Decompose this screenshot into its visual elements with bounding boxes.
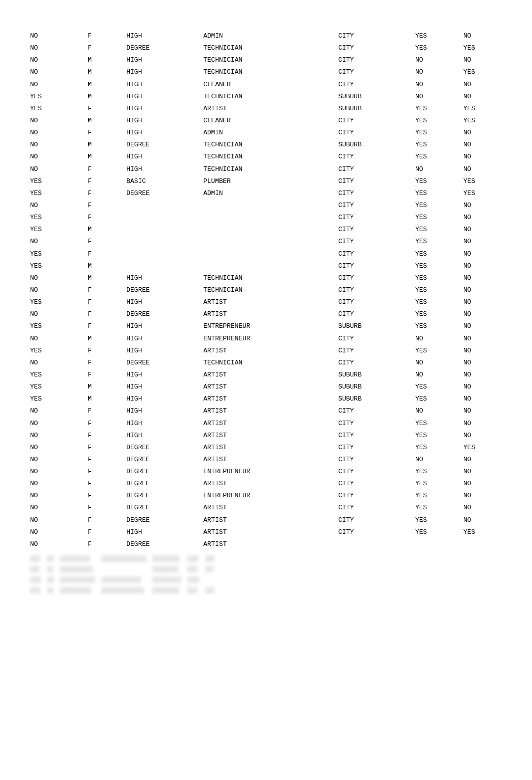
table-cell: YES: [415, 115, 463, 127]
table-cell: [463, 538, 502, 550]
table-cell: NO: [463, 514, 502, 526]
table-cell: BASIC: [126, 175, 203, 187]
table-cell: NO: [30, 54, 88, 66]
table-cell: CITY: [338, 30, 415, 42]
table-cell: NO: [463, 357, 502, 369]
table-row: NOFDEGREEARTISTCITYYESNO: [30, 308, 502, 320]
table-cell: NO: [30, 127, 88, 139]
table-cell: DEGREE: [126, 42, 203, 54]
table-cell: HIGH: [126, 369, 203, 381]
table-row: NOFCITYYESNO: [30, 200, 502, 212]
table-cell: CITY: [338, 224, 415, 236]
table-cell: NO: [30, 236, 88, 248]
table-cell: F: [88, 357, 126, 369]
table-cell: F: [88, 478, 126, 490]
table-cell: F: [88, 430, 126, 442]
table-cell: YES: [415, 490, 463, 502]
table-cell: NO: [463, 369, 502, 381]
table-cell: NO: [30, 526, 88, 538]
table-cell: YES: [30, 248, 88, 260]
table-cell: DEGREE: [126, 442, 203, 454]
table-cell: HIGH: [126, 54, 203, 66]
table-cell: NO: [463, 151, 502, 163]
table-cell: [126, 212, 203, 224]
table-cell: ARTIST: [203, 103, 338, 115]
table-cell: CITY: [338, 260, 415, 272]
table-cell: HIGH: [126, 393, 203, 405]
table-cell: CITY: [338, 526, 415, 538]
table-cell: F: [88, 454, 126, 466]
table-cell: HIGH: [126, 405, 203, 417]
table-cell: YES: [415, 151, 463, 163]
table-cell: M: [88, 260, 126, 272]
table-cell: CITY: [338, 308, 415, 320]
table-cell: F: [88, 514, 126, 526]
table-cell: DEGREE: [126, 538, 203, 550]
blurred-col: [205, 555, 214, 594]
table-cell: NO: [30, 308, 88, 320]
table-cell: DEGREE: [126, 478, 203, 490]
table-row: NOFHIGHTECHNICIANCITYNONO: [30, 163, 502, 175]
table-cell: YES: [30, 91, 88, 103]
table-cell: M: [88, 54, 126, 66]
table-cell: YES: [415, 502, 463, 514]
table-cell: CITY: [338, 66, 415, 78]
table-cell: CITY: [338, 272, 415, 284]
table-cell: F: [88, 320, 126, 332]
table-cell: M: [88, 151, 126, 163]
table-cell: YES: [415, 296, 463, 308]
table-cell: CITY: [338, 151, 415, 163]
table-cell: NO: [463, 296, 502, 308]
table-cell: NO: [30, 405, 88, 417]
table-row: YESFDEGREEADMINCITYYESYES: [30, 187, 502, 200]
table-row: YESFCITYYESNO: [30, 212, 502, 224]
table-cell: YES: [415, 224, 463, 236]
table-cell: F: [88, 526, 126, 538]
table-cell: NO: [463, 79, 502, 91]
table-cell: CITY: [338, 212, 415, 224]
table-cell: CLEANER: [203, 115, 338, 127]
table-cell: NO: [30, 538, 88, 550]
table-cell: M: [88, 115, 126, 127]
table-cell: NO: [415, 54, 463, 66]
table-cell: ARTIST: [203, 538, 338, 550]
table-cell: HIGH: [126, 127, 203, 139]
table-row: NOMHIGHTECHNICIANCITYNOYES: [30, 66, 502, 78]
table-cell: ARTIST: [203, 369, 338, 381]
table-cell: CITY: [338, 418, 415, 430]
table-cell: [203, 224, 338, 236]
table-cell: DEGREE: [126, 284, 203, 296]
table-cell: YES: [463, 526, 502, 538]
table-cell: NO: [30, 454, 88, 466]
table-cell: F: [88, 284, 126, 296]
table-cell: NO: [30, 115, 88, 127]
table-cell: HIGH: [126, 320, 203, 332]
table-cell: F: [88, 212, 126, 224]
table-cell: CITY: [338, 466, 415, 478]
table-cell: NO: [415, 369, 463, 381]
table-cell: F: [88, 127, 126, 139]
blur-cell: [205, 587, 214, 594]
table-cell: YES: [30, 381, 88, 393]
table-cell: YES: [30, 345, 88, 357]
table-cell: YES: [415, 345, 463, 357]
blur-cell: [101, 576, 141, 583]
table-cell: YES: [415, 200, 463, 212]
table-cell: NO: [463, 478, 502, 490]
table-cell: NO: [415, 357, 463, 369]
blur-cell: [30, 566, 39, 572]
table-row: YESMHIGHTECHNICIANSUBURBNONO: [30, 91, 502, 103]
blur-cell: [47, 566, 53, 572]
table-cell: CITY: [338, 236, 415, 248]
table-cell: YES: [415, 393, 463, 405]
table-cell: YES: [30, 260, 88, 272]
table-row: NOFDEGREETECHNICIANCITYYESYES: [30, 42, 502, 54]
table-cell: CITY: [338, 54, 415, 66]
table-cell: NO: [463, 224, 502, 236]
table-cell: YES: [30, 369, 88, 381]
table-row: NOMDEGREETECHNICIANSUBURBYESNO: [30, 139, 502, 151]
table-cell: DEGREE: [126, 454, 203, 466]
blur-cell: [152, 576, 181, 583]
table-cell: HIGH: [126, 79, 203, 91]
table-cell: CITY: [338, 430, 415, 442]
